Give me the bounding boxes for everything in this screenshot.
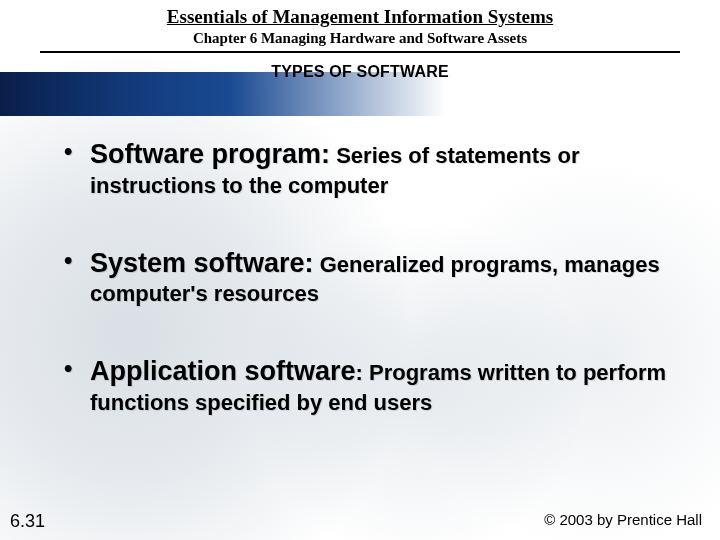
header-rule [40, 51, 680, 53]
chapter-label: Chapter 6 Managing Hardware and Software… [0, 30, 720, 47]
bullet-item: Software program: Series of statements o… [62, 137, 668, 200]
bullet-item: System software: Generalized programs, m… [62, 246, 668, 309]
slide: Essentials of Management Information Sys… [0, 0, 720, 540]
page-number: 6.31 [10, 511, 45, 532]
slide-footer: 6.31 © 2003 by Prentice Hall [0, 511, 720, 532]
term: Software program: [90, 139, 330, 169]
bullet-item: Application software: Programs written t… [62, 354, 668, 417]
term-colon: : [356, 360, 363, 385]
slide-header: Essentials of Management Information Sys… [0, 0, 720, 81]
book-title: Essentials of Management Information Sys… [0, 6, 720, 28]
term: Application software [90, 356, 356, 386]
section-heading: TYPES OF SOFTWARE [0, 63, 720, 81]
slide-body: Software program: Series of statements o… [0, 81, 720, 417]
term: System software: [90, 248, 314, 278]
copyright: © 2003 by Prentice Hall [544, 511, 702, 532]
